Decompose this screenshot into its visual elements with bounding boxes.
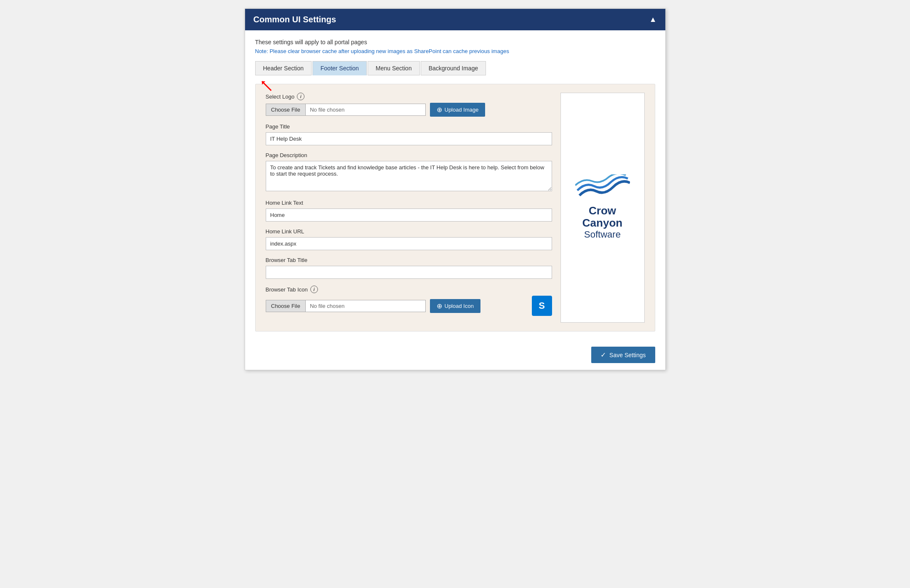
select-logo-input-row: Choose File No file chosen ⊕ Upload Imag… — [266, 103, 552, 117]
crow-canyon-logo: Crow Canyon Software — [575, 174, 630, 241]
browser-tab-title-input[interactable] — [266, 266, 552, 279]
tab-menu[interactable]: Menu Section — [368, 61, 420, 75]
subtitle-text: These settings will apply to all portal … — [255, 39, 655, 45]
page-description-group: Page Description To create and track Tic… — [266, 152, 552, 193]
browser-tab-icon-group: Browser Tab Icon i Choose File No file c… — [266, 286, 552, 316]
section-panel: Select Logo i Choose File No file chosen… — [255, 84, 655, 331]
browser-tab-icon-input-row: Choose File No file chosen ⊕ Upload Icon… — [266, 296, 552, 316]
main-window: Common UI Settings ▲ These settings will… — [245, 8, 666, 370]
logo-file-input-wrapper: Choose File No file chosen — [266, 104, 426, 116]
browser-tab-icon-label: Browser Tab Icon i — [266, 286, 552, 293]
page-description-input[interactable]: To create and track Tickets and find kno… — [266, 161, 552, 191]
tabs-container: Header Section Footer Section Menu Secti… — [255, 61, 655, 75]
page-description-label: Page Description — [266, 152, 552, 158]
logo-file-name: No file chosen — [306, 104, 425, 115]
logo-text-block: Crow Canyon Software — [575, 205, 630, 241]
icon-file-name: No file chosen — [306, 300, 425, 312]
home-link-text-label: Home Link Text — [266, 200, 552, 206]
tab-footer[interactable]: Footer Section — [312, 61, 367, 75]
note-text: Note: Please clear browser cache after u… — [255, 48, 655, 54]
page-title-input[interactable] — [266, 132, 552, 145]
browser-tab-title-label: Browser Tab Title — [266, 257, 552, 263]
icon-file-input-wrapper: Choose File No file chosen — [266, 300, 426, 312]
logo-preview-panel: Crow Canyon Software — [560, 93, 645, 323]
page-title-label: Page Title — [266, 123, 552, 130]
footer-buttons: ✓ Save Settings — [245, 340, 665, 370]
sharepoint-icon-preview: S — [532, 296, 552, 316]
choose-file-icon-button[interactable]: Choose File — [266, 300, 306, 312]
logo-text-canyon: Canyon — [575, 217, 630, 229]
form-with-preview: Select Logo i Choose File No file chosen… — [266, 93, 645, 323]
save-checkmark-icon: ✓ — [600, 351, 606, 359]
home-link-url-input[interactable] — [266, 237, 552, 250]
select-logo-label: Select Logo i — [266, 93, 552, 100]
logo-text-software: Software — [575, 229, 630, 241]
choose-file-logo-button[interactable]: Choose File — [266, 104, 306, 115]
upload-image-button[interactable]: ⊕ Upload Image — [430, 103, 486, 117]
home-link-text-group: Home Link Text — [266, 200, 552, 222]
upload-image-icon: ⊕ — [437, 106, 442, 114]
home-link-url-label: Home Link URL — [266, 228, 552, 235]
window-title: Common UI Settings — [254, 15, 336, 24]
browser-tab-title-group: Browser Tab Title — [266, 257, 552, 279]
upload-icon-button[interactable]: ⊕ Upload Icon — [430, 299, 480, 313]
select-logo-info-icon[interactable]: i — [297, 93, 304, 100]
select-logo-group: Select Logo i Choose File No file chosen… — [266, 93, 552, 117]
tabs-row: Header Section Footer Section Menu Secti… — [255, 61, 655, 75]
upload-icon-icon: ⊕ — [437, 302, 442, 310]
content-area: These settings will apply to all portal … — [245, 30, 665, 340]
logo-text-crow: Crow — [575, 205, 630, 217]
tab-background[interactable]: Background Image — [421, 61, 486, 75]
home-link-url-group: Home Link URL — [266, 228, 552, 250]
tab-header[interactable]: Header Section — [255, 61, 312, 75]
home-link-text-input[interactable] — [266, 208, 552, 222]
logo-waves-svg — [575, 174, 630, 200]
form-fields: Select Logo i Choose File No file chosen… — [266, 93, 552, 323]
save-settings-button[interactable]: ✓ Save Settings — [591, 347, 655, 363]
chevron-up-icon[interactable]: ▲ — [649, 15, 657, 24]
page-title-group: Page Title — [266, 123, 552, 145]
browser-tab-icon-info-icon[interactable]: i — [310, 286, 318, 293]
title-bar: Common UI Settings ▲ — [245, 9, 665, 30]
